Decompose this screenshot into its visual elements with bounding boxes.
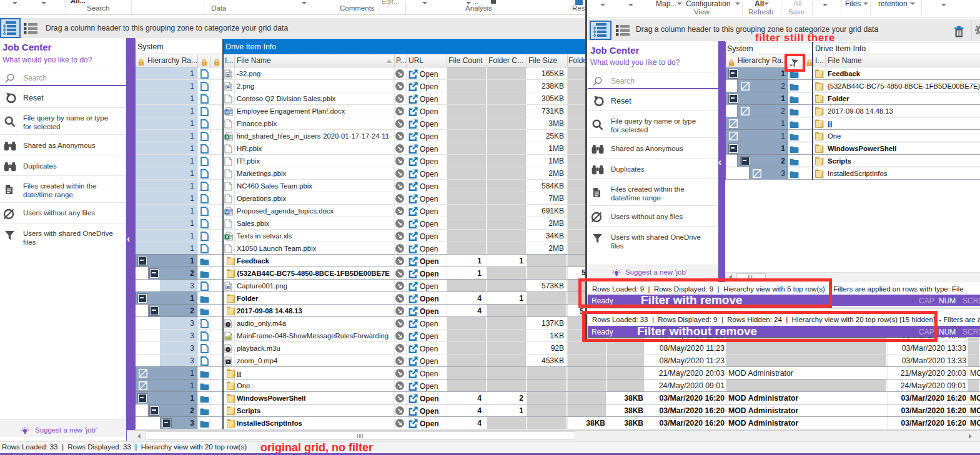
svg-text:W: W (225, 210, 229, 214)
svg-text:X: X (225, 135, 229, 139)
svg-text:X: X (225, 235, 229, 239)
svg-text:W: W (225, 110, 229, 114)
